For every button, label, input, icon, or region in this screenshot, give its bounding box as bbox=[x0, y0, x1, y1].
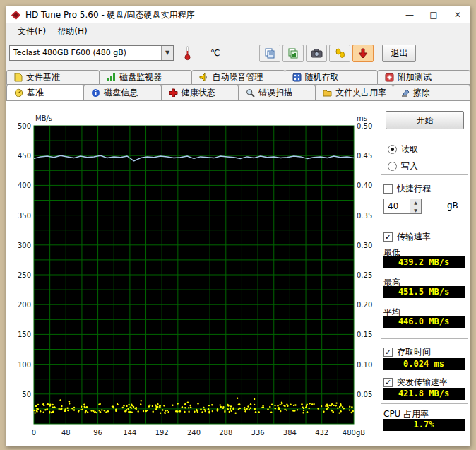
menu-help[interactable]: 帮助(H) bbox=[52, 24, 93, 39]
tab-benchmark[interactable]: 基准 bbox=[6, 85, 84, 100]
burst-rate-checkbox[interactable]: 突发传输速率 bbox=[383, 377, 448, 389]
tab-extra-tests[interactable]: 附加测试 bbox=[377, 70, 470, 85]
menubar: 文件(F) 帮助(H) bbox=[6, 23, 470, 39]
separator bbox=[381, 174, 468, 176]
copy-image-button[interactable] bbox=[282, 45, 304, 62]
svg-text:400: 400 bbox=[18, 182, 31, 189]
tabs-row-2: 基准 磁盘信息 健康状态 错误扫描 文件夹占用率 bbox=[6, 85, 470, 100]
stepper-down-icon[interactable]: ▼ bbox=[410, 206, 421, 213]
benchmark-chart: MB/sms501001502002503003504004505000.050… bbox=[6, 101, 388, 448]
separator bbox=[381, 338, 468, 340]
disk-monitor-icon bbox=[107, 73, 116, 82]
transfer-rate-checkbox[interactable]: 传输速率 bbox=[383, 231, 431, 243]
checkbox-icon[interactable] bbox=[383, 348, 393, 357]
menu-file[interactable]: 文件(F) bbox=[12, 24, 52, 39]
burst-rate-value: 421.8 MB/s bbox=[383, 388, 465, 400]
tab-random-access[interactable]: 随机存取 bbox=[285, 70, 378, 85]
avg-value: 446.0 MB/s bbox=[383, 316, 465, 328]
checkbox-icon[interactable] bbox=[383, 232, 393, 242]
svg-text:144: 144 bbox=[123, 429, 136, 437]
checkbox-icon[interactable] bbox=[383, 378, 393, 387]
svg-text:ms: ms bbox=[357, 114, 367, 122]
svg-text:0.30: 0.30 bbox=[357, 242, 372, 249]
stepper-up-icon[interactable]: ▲ bbox=[410, 199, 421, 206]
camera-icon bbox=[311, 48, 323, 58]
svg-text:240: 240 bbox=[187, 429, 201, 437]
radio-icon[interactable] bbox=[388, 162, 397, 171]
tab-folder-usage[interactable]: 文件夹占用率 bbox=[315, 85, 393, 100]
svg-text:336: 336 bbox=[251, 429, 265, 437]
drive-select-value: Teclast 480GB F600 (480 gB) bbox=[13, 48, 126, 57]
copy-text-button[interactable] bbox=[259, 45, 280, 62]
file-benchmark-icon bbox=[14, 73, 23, 82]
svg-text:0.20: 0.20 bbox=[357, 301, 372, 309]
tab-disk-monitor[interactable]: 磁盘监视器 bbox=[99, 70, 192, 85]
min-value: 439.2 MB/s bbox=[383, 256, 465, 268]
run-tests-button[interactable] bbox=[329, 45, 350, 62]
red-down-arrow-icon bbox=[358, 48, 368, 59]
chevron-down-icon[interactable]: ▼ bbox=[161, 46, 173, 60]
paw-icon bbox=[335, 48, 345, 59]
radio-icon[interactable] bbox=[388, 145, 397, 154]
toolbar: Teclast 480GB F600 (480 gB) ▼ — ℃ bbox=[6, 39, 470, 67]
side-panel: 开始 读取 写入 快捷行程 40 ▲ ▼ gB bbox=[381, 101, 470, 446]
maximize-button[interactable]: □ bbox=[422, 6, 446, 23]
tab-health[interactable]: 健康状态 bbox=[161, 85, 239, 100]
svg-text:200: 200 bbox=[18, 301, 31, 309]
drive-select-dropdown[interactable]: Teclast 480GB F600 (480 gB) ▼ bbox=[9, 45, 174, 61]
temperature-unit: ℃ bbox=[210, 48, 220, 58]
svg-text:0.25: 0.25 bbox=[357, 271, 372, 279]
access-time-value: 0.024 ms bbox=[383, 358, 465, 370]
update-download-button[interactable] bbox=[352, 45, 374, 62]
window-title: HD Tune Pro 5.60 - 硬盘/固态硬盘实用程序 bbox=[25, 9, 398, 21]
svg-text:480gB: 480gB bbox=[343, 429, 365, 437]
svg-text:50: 50 bbox=[22, 391, 31, 398]
separator bbox=[381, 223, 468, 224]
tab-disk-info[interactable]: 磁盘信息 bbox=[83, 85, 161, 100]
access-time-checkbox[interactable]: 存取时间 bbox=[383, 346, 431, 358]
tab-file-benchmark[interactable]: 文件基准 bbox=[6, 70, 100, 85]
eraser-icon bbox=[400, 88, 410, 97]
titlebar: HD Tune Pro 5.60 - 硬盘/固态硬盘实用程序 — □ ✕ bbox=[6, 6, 470, 23]
copy-chart-icon bbox=[287, 47, 299, 59]
checkbox-icon[interactable] bbox=[383, 184, 393, 194]
stepper-buttons[interactable]: ▲ ▼ bbox=[410, 199, 421, 213]
svg-text:48: 48 bbox=[61, 429, 71, 437]
svg-text:250: 250 bbox=[18, 271, 31, 279]
dice-icon bbox=[292, 73, 302, 82]
svg-text:500: 500 bbox=[18, 122, 31, 130]
extra-tests-icon bbox=[385, 73, 394, 82]
exit-button[interactable]: 退出 bbox=[382, 45, 416, 62]
svg-text:0.35: 0.35 bbox=[357, 212, 372, 220]
benchmark-gauge-icon bbox=[14, 88, 23, 97]
svg-text:0.15: 0.15 bbox=[357, 331, 372, 338]
speaker-icon bbox=[199, 73, 208, 82]
short-stroke-value: 40 bbox=[388, 201, 398, 211]
short-stroke-stepper[interactable]: 40 ▲ ▼ bbox=[383, 199, 422, 214]
toolbar-buttons bbox=[259, 45, 374, 62]
benchmark-panel: MB/sms501001502002503003504004505000.050… bbox=[6, 100, 470, 446]
thermometer-icon bbox=[184, 45, 191, 61]
read-radio[interactable]: 读取 bbox=[388, 143, 418, 155]
copy-icon bbox=[264, 47, 275, 59]
magnifier-icon bbox=[246, 88, 255, 97]
tab-aam[interactable]: 自动噪音管理 bbox=[191, 70, 285, 85]
svg-text:0.05: 0.05 bbox=[357, 391, 372, 398]
svg-text:0.45: 0.45 bbox=[357, 152, 372, 160]
short-stroke-checkbox[interactable]: 快捷行程 bbox=[383, 183, 431, 195]
minimize-button[interactable]: — bbox=[398, 6, 422, 23]
tab-error-scan[interactable]: 错误扫描 bbox=[238, 85, 316, 100]
write-radio[interactable]: 写入 bbox=[388, 160, 418, 172]
svg-text:100: 100 bbox=[18, 361, 31, 369]
app-icon bbox=[11, 10, 21, 20]
tab-erase[interactable]: 擦除 bbox=[393, 85, 470, 100]
svg-text:384: 384 bbox=[283, 429, 297, 437]
info-icon bbox=[91, 88, 100, 97]
screenshot-button[interactable] bbox=[306, 45, 327, 62]
cpu-value: 1.7% bbox=[383, 419, 465, 431]
svg-text:288: 288 bbox=[219, 429, 232, 437]
svg-text:350: 350 bbox=[18, 212, 31, 220]
svg-text:432: 432 bbox=[315, 429, 328, 437]
start-button[interactable]: 开始 bbox=[386, 111, 464, 129]
close-button[interactable]: ✕ bbox=[446, 6, 470, 23]
